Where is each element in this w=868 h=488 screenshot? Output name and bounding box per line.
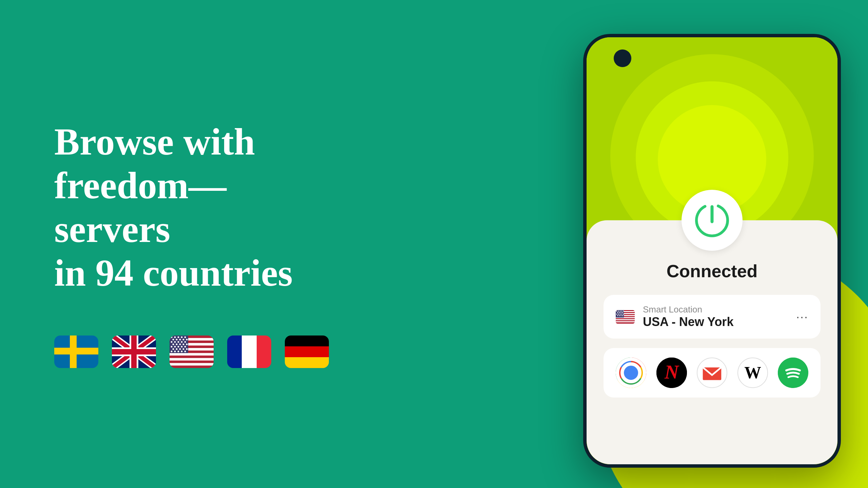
svg-point-67 — [617, 312, 618, 313]
app-spotify-icon[interactable] — [778, 358, 808, 388]
flag-germany — [285, 336, 329, 368]
svg-point-38 — [174, 346, 176, 347]
flags-row — [54, 336, 495, 368]
svg-point-31 — [184, 341, 186, 343]
svg-point-39 — [178, 346, 179, 347]
app-icons-card: N — [604, 348, 821, 398]
svg-rect-8 — [112, 349, 156, 354]
svg-point-36 — [186, 343, 188, 345]
svg-point-66 — [623, 310, 624, 311]
flag-france-white — [242, 336, 256, 368]
svg-point-48 — [174, 350, 176, 352]
phone-camera — [614, 49, 631, 67]
svg-text:W: W — [744, 363, 761, 382]
svg-point-64 — [620, 310, 621, 311]
flag-sweden — [54, 336, 98, 368]
app-wikipedia-icon[interactable]: W — [737, 358, 768, 388]
connected-status: Connected — [667, 261, 758, 281]
location-left: Smart Location USA - New York — [616, 304, 733, 329]
location-value: USA - New York — [643, 315, 733, 329]
svg-point-63 — [618, 310, 619, 311]
svg-point-73 — [620, 313, 621, 314]
svg-point-24 — [179, 339, 181, 340]
svg-text:N: N — [664, 361, 679, 383]
svg-point-51 — [184, 350, 186, 352]
svg-point-22 — [173, 339, 174, 340]
svg-point-40 — [181, 346, 183, 347]
background: Browse with freedom— servers in 94 count… — [0, 0, 868, 488]
svg-rect-60 — [616, 321, 635, 322]
phone-mockup: Connected — [583, 34, 841, 468]
svg-point-46 — [186, 348, 188, 350]
svg-point-72 — [618, 313, 619, 314]
svg-point-68 — [619, 312, 620, 313]
svg-point-81 — [624, 366, 638, 380]
svg-point-74 — [622, 313, 623, 314]
svg-point-27 — [171, 341, 173, 343]
svg-point-29 — [178, 341, 179, 343]
svg-rect-59 — [616, 319, 635, 320]
svg-point-41 — [184, 346, 186, 347]
svg-rect-13 — [170, 353, 214, 355]
location-card[interactable]: Smart Location USA - New York ··· — [604, 295, 821, 339]
svg-rect-16 — [170, 336, 188, 353]
more-options-button[interactable]: ··· — [796, 310, 808, 324]
svg-point-42 — [173, 348, 174, 350]
left-content: Browse with freedom— servers in 94 count… — [0, 120, 495, 368]
phone-screen: Connected — [587, 37, 837, 464]
svg-point-62 — [616, 310, 617, 311]
headline-line2: freedom— servers — [54, 164, 226, 250]
svg-point-21 — [184, 336, 186, 338]
svg-point-20 — [181, 336, 183, 338]
svg-rect-15 — [170, 363, 214, 365]
svg-point-17 — [171, 336, 173, 338]
flag-germany-red — [285, 346, 329, 357]
svg-point-19 — [178, 336, 179, 338]
svg-point-77 — [619, 315, 620, 316]
svg-point-37 — [171, 346, 173, 347]
flag-us — [170, 336, 214, 368]
location-info: Smart Location USA - New York — [643, 304, 733, 329]
svg-point-44 — [179, 348, 181, 350]
location-flag — [616, 310, 635, 324]
flag-germany-black — [285, 336, 329, 346]
app-gmail-icon[interactable] — [697, 358, 727, 388]
app-chrome-icon[interactable] — [616, 358, 646, 388]
svg-point-78 — [620, 315, 622, 316]
flag-uk — [112, 336, 156, 368]
svg-point-76 — [617, 315, 618, 316]
svg-point-35 — [183, 343, 184, 345]
svg-point-50 — [181, 350, 183, 352]
svg-point-49 — [178, 350, 179, 352]
headline: Browse with freedom— servers in 94 count… — [54, 120, 326, 294]
svg-point-43 — [176, 348, 178, 350]
power-button[interactable] — [682, 190, 743, 251]
svg-point-47 — [171, 350, 173, 352]
location-label: Smart Location — [643, 304, 733, 315]
flag-france — [227, 336, 271, 368]
svg-point-82 — [626, 368, 636, 378]
svg-point-30 — [181, 341, 183, 343]
svg-point-28 — [174, 341, 176, 343]
svg-point-32 — [173, 343, 174, 345]
headline-line1: Browse with — [54, 121, 255, 163]
svg-point-79 — [622, 315, 623, 316]
svg-point-25 — [183, 339, 184, 340]
phone-panel: Connected — [587, 220, 837, 464]
headline-line3: in 94 countries — [54, 252, 293, 294]
svg-point-71 — [616, 313, 617, 314]
svg-point-33 — [176, 343, 178, 345]
svg-point-23 — [176, 339, 178, 340]
app-netflix-icon[interactable]: N — [656, 358, 687, 388]
svg-point-65 — [622, 310, 623, 311]
svg-point-18 — [174, 336, 176, 338]
svg-point-69 — [620, 312, 622, 313]
svg-point-75 — [623, 313, 624, 314]
flag-france-red — [257, 336, 271, 368]
flag-france-blue — [227, 336, 242, 368]
svg-point-26 — [186, 339, 188, 340]
svg-rect-14 — [170, 358, 214, 360]
svg-point-45 — [183, 348, 184, 350]
svg-point-34 — [179, 343, 181, 345]
svg-point-70 — [622, 312, 623, 313]
